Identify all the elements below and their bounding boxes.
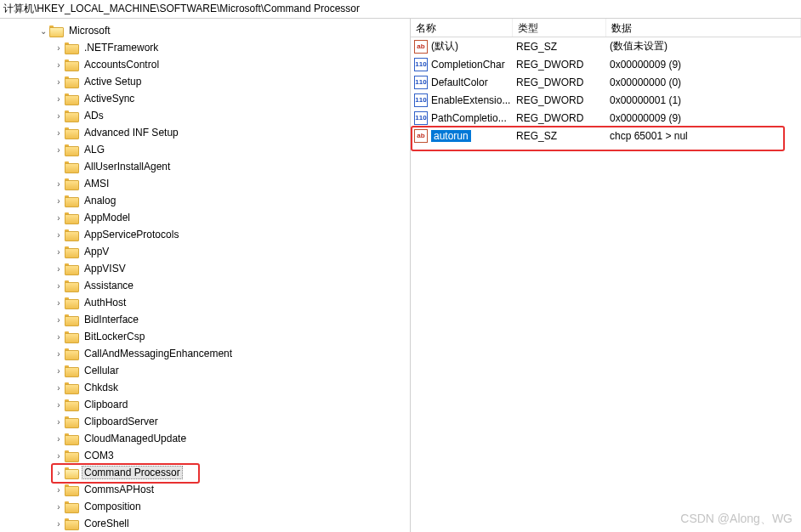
tree-label: AMSI — [82, 177, 111, 190]
value-row[interactable]: 110EnableExtensio...REG_DWORD0x00000001 … — [411, 91, 801, 109]
tree-item-amsi[interactable]: ›AMSI — [0, 175, 410, 192]
tree-pane[interactable]: ⌄Microsoft›.NETFramework›AccountsControl… — [0, 19, 411, 532]
tree-item-clipboard[interactable]: ›Clipboard — [0, 396, 410, 413]
tree-item-commsaphost[interactable]: ›CommsAPHost — [0, 481, 410, 498]
folder-icon — [65, 433, 78, 444]
value-name: (默认) — [431, 39, 516, 54]
value-type: REG_DWORD — [516, 76, 610, 88]
chevron-right-icon[interactable]: › — [53, 264, 65, 274]
folder-icon — [65, 246, 78, 258]
value-row[interactable]: 110DefaultColorREG_DWORD0x00000000 (0) — [411, 73, 801, 91]
tree-item-command-processor[interactable]: ›Command Processor — [0, 464, 410, 481]
chevron-right-icon[interactable]: › — [53, 383, 65, 393]
chevron-right-icon[interactable]: › — [53, 196, 65, 206]
folder-icon — [65, 518, 78, 529]
chevron-right-icon[interactable]: › — [53, 468, 65, 478]
chevron-right-icon[interactable]: › — [53, 179, 65, 189]
tree-label: CloudManagedUpdate — [82, 432, 189, 445]
tree-label: BitLockerCsp — [82, 330, 147, 343]
folder-icon — [65, 178, 78, 190]
value-row[interactable]: 110PathCompletio...REG_DWORD0x00000009 (… — [411, 109, 801, 127]
value-data: chcp 65001 > nul — [610, 130, 801, 142]
value-row[interactable]: 110CompletionCharREG_DWORD0x00000009 (9) — [411, 55, 801, 73]
value-row[interactable]: ab(默认)REG_SZ(数值未设置) — [411, 37, 801, 55]
tree-item-com3[interactable]: ›COM3 — [0, 447, 410, 464]
chevron-right-icon[interactable]: › — [53, 451, 65, 461]
tree-item-ads[interactable]: ›ADs — [0, 107, 410, 124]
tree-item-cloudmanagedupdate[interactable]: ›CloudManagedUpdate — [0, 430, 410, 447]
chevron-right-icon[interactable]: › — [53, 213, 65, 223]
chevron-right-icon[interactable]: › — [53, 485, 65, 495]
tree-label: ClipboardServer — [82, 415, 161, 428]
chevron-right-icon[interactable]: › — [53, 60, 65, 70]
chevron-right-icon[interactable]: › — [53, 128, 65, 138]
chevron-right-icon[interactable]: › — [53, 417, 65, 427]
chevron-right-icon[interactable]: › — [53, 332, 65, 342]
chevron-right-icon[interactable]: › — [53, 400, 65, 410]
chevron-right-icon[interactable]: › — [53, 502, 65, 512]
tree-item-appmodel[interactable]: ›AppModel — [0, 209, 410, 226]
col-type[interactable]: 类型 — [513, 19, 606, 37]
tree-item-chkdsk[interactable]: ›Chkdsk — [0, 379, 410, 396]
folder-icon — [65, 263, 78, 274]
tree-item--netframework[interactable]: ›.NETFramework — [0, 39, 410, 56]
tree-item-cellular[interactable]: ›Cellular — [0, 362, 410, 379]
tree-item-appvisv[interactable]: ›AppVISV — [0, 260, 410, 277]
tree-label: Composition — [82, 500, 144, 513]
tree-item-appserviceprotocols[interactable]: ›AppServiceProtocols — [0, 226, 410, 243]
chevron-right-icon[interactable]: › — [53, 349, 65, 359]
folder-icon — [65, 484, 78, 495]
tree-label: AppServiceProtocols — [82, 228, 181, 241]
chevron-right-icon[interactable]: › — [53, 77, 65, 87]
chevron-right-icon[interactable]: › — [53, 434, 65, 444]
chevron-down-icon[interactable]: ⌄ — [37, 26, 49, 36]
tree-item-authhost[interactable]: ›AuthHost — [0, 294, 410, 311]
tree-item-bitlockercsp[interactable]: ›BitLockerCsp — [0, 328, 410, 345]
chevron-right-icon[interactable]: › — [53, 247, 65, 257]
value-row[interactable]: abautorunREG_SZchcp 65001 > nul — [411, 127, 801, 144]
tree-item-appv[interactable]: ›AppV — [0, 243, 410, 260]
folder-icon — [65, 314, 78, 325]
folder-icon — [65, 161, 78, 173]
chevron-right-icon[interactable]: › — [53, 281, 65, 291]
tree-item-alluserinstallagent[interactable]: AllUserInstallAgent — [0, 158, 410, 175]
tree-label: AppModel — [82, 211, 133, 224]
folder-icon — [65, 212, 78, 224]
tree-item-clipboardserver[interactable]: ›ClipboardServer — [0, 413, 410, 430]
chevron-right-icon[interactable]: › — [53, 145, 65, 155]
tree-item-composition[interactable]: ›Composition — [0, 498, 410, 515]
tree-item-analog[interactable]: ›Analog — [0, 192, 410, 209]
tree-item-bidinterface[interactable]: ›BidInterface — [0, 311, 410, 328]
chevron-right-icon[interactable]: › — [53, 519, 65, 529]
chevron-right-icon[interactable]: › — [53, 230, 65, 240]
tree-label: CallAndMessagingEnhancement — [82, 347, 235, 360]
tree-label: Analog — [82, 194, 118, 207]
values-pane[interactable]: 名称 类型 数据 ab(默认)REG_SZ(数值未设置)110Completio… — [411, 19, 801, 532]
address-bar[interactable]: 计算机\HKEY_LOCAL_MACHINE\SOFTWARE\Microsof… — [0, 0, 801, 19]
tree-label: Microsoft — [66, 24, 113, 37]
chevron-right-icon[interactable]: › — [53, 111, 65, 121]
chevron-right-icon[interactable]: › — [53, 94, 65, 104]
chevron-right-icon[interactable]: › — [53, 315, 65, 325]
value-type: REG_DWORD — [516, 94, 610, 106]
tree-label: COM3 — [82, 449, 116, 462]
tree-item-alg[interactable]: ›ALG — [0, 141, 410, 158]
tree-item-advanced-inf-setup[interactable]: ›Advanced INF Setup — [0, 124, 410, 141]
tree-label: Command Processor — [82, 466, 183, 479]
column-headers[interactable]: 名称 类型 数据 — [411, 19, 801, 37]
chevron-right-icon[interactable]: › — [53, 298, 65, 308]
tree-item-microsoft[interactable]: ⌄Microsoft — [0, 22, 410, 39]
tree-item-active-setup[interactable]: ›Active Setup — [0, 73, 410, 90]
col-data[interactable]: 数据 — [606, 19, 801, 37]
tree-item-accountscontrol[interactable]: ›AccountsControl — [0, 56, 410, 73]
col-name[interactable]: 名称 — [411, 19, 513, 37]
value-name: DefaultColor — [431, 76, 516, 88]
tree-label: ActiveSync — [82, 92, 137, 105]
chevron-right-icon[interactable]: › — [53, 43, 65, 53]
tree-item-callandmessagingenhancement[interactable]: ›CallAndMessagingEnhancement — [0, 345, 410, 362]
chevron-right-icon[interactable]: › — [53, 366, 65, 376]
value-name: CompletionChar — [431, 59, 516, 71]
tree-item-activesync[interactable]: ›ActiveSync — [0, 90, 410, 107]
tree-item-assistance[interactable]: ›Assistance — [0, 277, 410, 294]
tree-item-coreshell[interactable]: ›CoreShell — [0, 515, 410, 532]
